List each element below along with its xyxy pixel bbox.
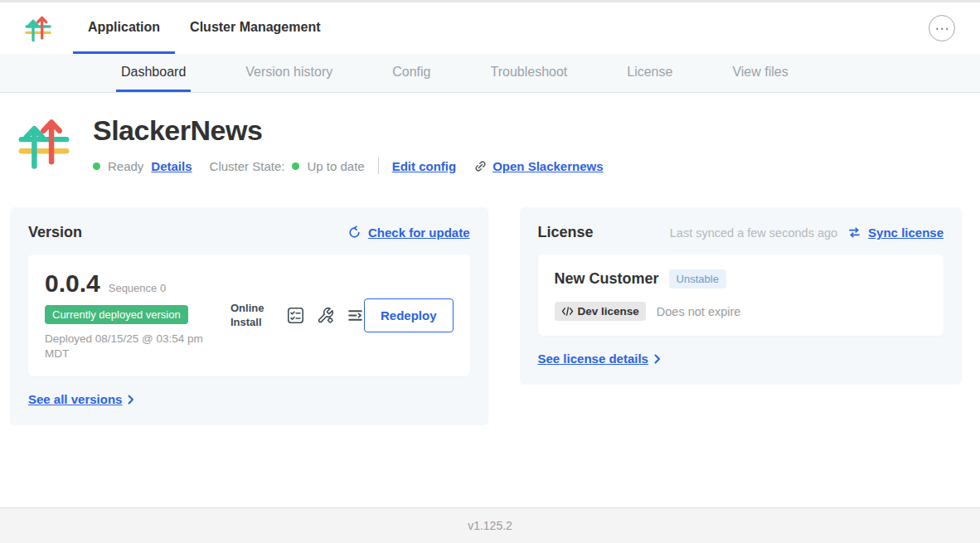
chevron-right-icon <box>654 354 661 364</box>
tab-application-label: Application <box>88 20 160 35</box>
license-card-title: License <box>538 224 594 241</box>
app-status-dot <box>93 162 100 170</box>
tab-cluster-management[interactable]: Cluster Management <box>175 2 335 54</box>
edit-config-link[interactable]: Edit config <box>392 159 457 173</box>
redeploy-button[interactable]: Redeploy <box>364 298 454 332</box>
deployed-status-badge: Currently deployed version <box>45 305 188 324</box>
subnav-item-config[interactable]: Config <box>387 54 435 92</box>
install-type-label: Online Install <box>230 302 274 330</box>
subnav-version-history-label: Version history <box>245 65 332 80</box>
license-details-panel: New Customer Unstable <box>538 255 944 336</box>
subnav-item-troubleshoot[interactable]: Troubleshoot <box>485 54 572 92</box>
admin-console-page: Application Cluster Management ⋯ Dashboa… <box>0 0 980 543</box>
cluster-state-dot <box>292 162 299 170</box>
release-notes-button[interactable] <box>287 307 304 324</box>
open-app-link-label: Open Slackernews <box>492 159 603 173</box>
see-license-details-link[interactable]: See license details <box>538 351 661 366</box>
see-all-versions-label: See all versions <box>28 392 122 406</box>
wrench-gear-icon <box>317 307 334 324</box>
sync-license-area: Last synced a few seconds ago Sync licen… <box>670 225 944 240</box>
check-update-area: Check for update <box>347 225 470 240</box>
subnav-dashboard-label: Dashboard <box>121 65 186 80</box>
ellipsis-icon: ⋯ <box>935 22 949 36</box>
top-nav-bar: Application Cluster Management ⋯ <box>0 2 980 54</box>
refresh-icon <box>347 225 361 240</box>
status-divider <box>378 158 379 174</box>
license-type-badge: Dev license <box>555 302 646 321</box>
subnav-license-label: License <box>627 65 672 80</box>
deployed-timestamp: Deployed 08/15/25 @ 03:54 pm MDT <box>45 332 215 361</box>
version-card-title: Version <box>28 224 82 241</box>
customer-name-row: New Customer Unstable <box>555 269 927 288</box>
console-footer: v1.125.2 <box>0 507 980 543</box>
see-license-details-label: See license details <box>538 351 648 366</box>
app-logo-icon <box>25 13 51 43</box>
last-synced-text: Last synced a few seconds ago <box>670 226 837 240</box>
app-icon <box>18 114 70 171</box>
open-app-link[interactable]: Open Slackernews <box>473 159 603 173</box>
subnav-item-license[interactable]: License <box>622 54 677 92</box>
cluster-state-value: Up to date <box>307 159 364 173</box>
check-for-update-link[interactable]: Check for update <box>368 225 470 240</box>
current-version-info: 0.0.4 Sequence 0 Currently deployed vers… <box>45 269 226 361</box>
app-subnav: Dashboard Version history Config Trouble… <box>0 54 980 93</box>
cluster-state-label: Cluster State: <box>210 159 285 173</box>
console-version: v1.125.2 <box>468 519 512 532</box>
external-link-icon <box>473 159 488 173</box>
version-card-header: Version Check for update <box>28 224 470 241</box>
app-header: SlackerNews Ready Details Cluster State:… <box>10 114 962 174</box>
dashboard-main: SlackerNews Ready Details Cluster State:… <box>0 93 980 425</box>
tab-cluster-management-label: Cluster Management <box>190 20 320 35</box>
see-all-versions-link[interactable]: See all versions <box>28 392 134 406</box>
subnav-view-files-label: View files <box>732 65 788 80</box>
license-type-label: Dev license <box>578 305 639 318</box>
app-status-label: Ready <box>108 159 143 173</box>
subnav-item-dashboard[interactable]: Dashboard <box>116 54 191 92</box>
license-card: License Last synced a few seconds ago Sy… <box>520 207 962 385</box>
subnav-troubleshoot-label: Troubleshoot <box>490 65 567 80</box>
status-details-link[interactable]: Details <box>151 159 192 173</box>
version-number-row: 0.0.4 Sequence 0 <box>45 269 226 298</box>
license-meta-row: Dev license Does not expire <box>555 302 927 321</box>
chevron-right-icon <box>128 395 134 405</box>
version-action-icons <box>287 307 364 324</box>
version-card: Version Check for update <box>10 207 488 425</box>
subnav-config-label: Config <box>392 65 430 80</box>
license-expiration: Does not expire <box>657 305 741 318</box>
subnav-item-version-history[interactable]: Version history <box>240 54 337 92</box>
subnav-item-view-files[interactable]: View files <box>727 54 793 92</box>
dashboard-cards: Version Check for update <box>10 207 962 425</box>
channel-badge: Unstable <box>669 269 726 288</box>
version-sequence: Sequence 0 <box>109 282 166 294</box>
tab-application[interactable]: Application <box>73 2 175 54</box>
checklist-icon <box>287 307 304 324</box>
top-tabs: Application Cluster Management <box>73 2 335 54</box>
code-icon <box>561 307 574 316</box>
sync-license-link[interactable]: Sync license <box>868 225 944 240</box>
app-status-row: Ready Details Cluster State: Up to date … <box>93 158 604 174</box>
deploy-logs-button[interactable] <box>347 307 364 324</box>
current-version-panel: 0.0.4 Sequence 0 Currently deployed vers… <box>28 255 470 376</box>
license-card-header: License Last synced a few seconds ago Sy… <box>538 224 944 241</box>
page-title: SlackerNews <box>93 114 604 147</box>
app-header-text: SlackerNews Ready Details Cluster State:… <box>93 114 604 174</box>
logs-icon <box>347 307 364 324</box>
version-number: 0.0.4 <box>45 269 100 298</box>
customer-name: New Customer <box>555 270 659 288</box>
more-menu-button[interactable]: ⋯ <box>929 15 955 41</box>
config-tools-button[interactable] <box>317 307 334 324</box>
sync-arrows-icon <box>847 225 861 240</box>
